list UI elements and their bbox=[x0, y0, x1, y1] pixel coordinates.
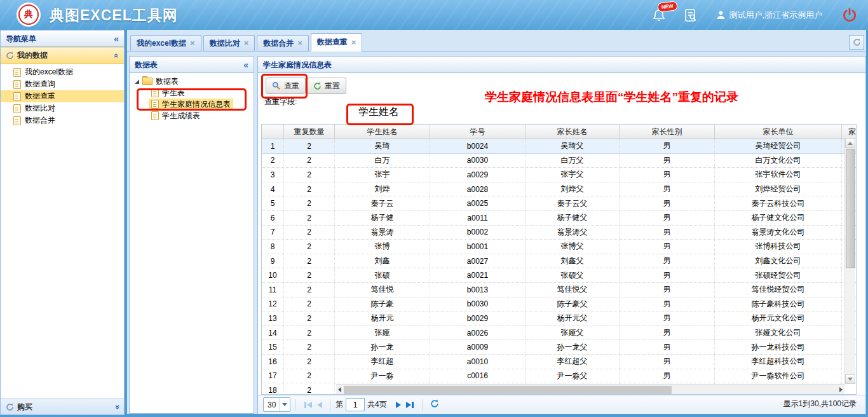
tab-label: 我的excel数据 bbox=[137, 38, 186, 49]
table-row[interactable]: 162李红超a0010李红超父男李红超科技公司 bbox=[262, 355, 856, 369]
tab[interactable]: 数据合并× bbox=[257, 35, 309, 51]
cell: 2 bbox=[262, 154, 284, 168]
cell: 男 bbox=[620, 168, 715, 182]
table-row[interactable]: 132杨开元b0029杨开元父男杨开元文化公司 bbox=[262, 311, 856, 326]
tab[interactable]: 数据查重× bbox=[311, 33, 363, 51]
column-header[interactable]: 重复数量 bbox=[284, 125, 335, 139]
grid-header: 重复数量学生姓名学号家长姓名家长性别家长单位家长 bbox=[262, 125, 856, 139]
table-row[interactable]: 12吴琦b0024吴琦父男吴琦经贸公司 bbox=[262, 139, 856, 154]
document-icon bbox=[13, 104, 21, 113]
scroll-down-icon[interactable] bbox=[845, 374, 855, 384]
cell: 2 bbox=[284, 283, 335, 297]
chevron-up-icon[interactable]: « bbox=[112, 53, 121, 58]
cell: 尹一淼 bbox=[335, 369, 430, 383]
cell: 孙一龙 bbox=[335, 340, 430, 354]
column-header[interactable] bbox=[262, 125, 284, 139]
cell: a0010 bbox=[430, 355, 526, 369]
sidebar-item[interactable]: 数据比对 bbox=[1, 102, 124, 114]
next-page-button[interactable] bbox=[393, 399, 403, 411]
tab[interactable]: 我的excel数据× bbox=[130, 35, 201, 51]
table-row[interactable]: 62杨子健a0011杨子健父男杨子健文化公司 bbox=[262, 211, 856, 226]
cell: 10 bbox=[262, 268, 284, 282]
sidebar-item[interactable]: 我的excel数据 bbox=[1, 66, 124, 78]
column-header[interactable]: 学生姓名 bbox=[335, 125, 430, 139]
column-header[interactable]: 家长单位 bbox=[715, 125, 842, 139]
sidebar-item[interactable]: 数据查重 bbox=[1, 90, 124, 102]
scroll-up-icon[interactable] bbox=[845, 139, 855, 148]
page-number-input[interactable] bbox=[346, 398, 365, 411]
refresh-icon bbox=[6, 403, 14, 411]
table-row[interactable]: 52秦子云a0025秦子云父男秦子云科技公司 bbox=[262, 196, 856, 211]
sidebar-item[interactable]: 数据查询 bbox=[1, 78, 124, 90]
column-header[interactable]: 学号 bbox=[430, 125, 526, 139]
tab-label: 数据合并 bbox=[263, 38, 294, 49]
table-row[interactable]: 142张娅a0026张娅父男张娅文化公司 bbox=[262, 326, 856, 341]
accordion-my-data[interactable]: 我的数据 « bbox=[1, 47, 124, 64]
tab-close-icon[interactable]: × bbox=[297, 40, 302, 46]
tree-root[interactable]: 数据表 bbox=[132, 76, 181, 87]
tab[interactable]: 数据比对× bbox=[203, 35, 255, 51]
cell: 2 bbox=[284, 226, 335, 240]
grid-panel-header: 学生家庭情况信息表 bbox=[258, 57, 865, 73]
table-row[interactable]: 72翁景涛b0002翁景涛父男翁景涛文化公司 bbox=[262, 226, 856, 240]
table-row[interactable]: 32张宇a0029张宇父男张宇软件公司 bbox=[262, 168, 856, 182]
column-header[interactable]: 家长 bbox=[842, 125, 856, 139]
sidebar-footer-buy[interactable]: 购买 « bbox=[1, 399, 124, 414]
vertical-scrollbar[interactable] bbox=[844, 139, 855, 384]
cell: 刘鑫 bbox=[335, 254, 430, 268]
sidebar-item[interactable]: 数据合并 bbox=[1, 114, 124, 126]
table-row[interactable]: 122陈子豪b0030陈子豪父男陈子豪科技公司 bbox=[262, 297, 856, 312]
table-row[interactable]: 172尹一淼c0016尹一淼父男尹一淼软件公司 bbox=[262, 369, 856, 384]
user-menu[interactable]: 测试用户,浙江省示例用户 bbox=[716, 10, 822, 21]
chevron-down-icon[interactable]: « bbox=[112, 404, 121, 409]
cell: 秦子云父 bbox=[526, 196, 620, 210]
column-header[interactable]: 家长性别 bbox=[620, 125, 715, 139]
scroll-right-icon[interactable] bbox=[839, 387, 843, 392]
reset-button[interactable]: 重置 bbox=[307, 78, 346, 94]
table-row[interactable]: 112笃佳悦b0013笃佳悦父男笃佳悦经贸公司 bbox=[262, 283, 856, 297]
document-icon bbox=[151, 88, 159, 97]
cell: 张宇软件公司 bbox=[715, 168, 842, 182]
sidebar-item-label: 数据查重 bbox=[25, 91, 55, 102]
first-page-button[interactable] bbox=[301, 399, 315, 411]
tree-item[interactable]: 学生家庭情况信息表 bbox=[149, 99, 233, 110]
tab-close-icon[interactable]: × bbox=[190, 40, 195, 46]
vertical-scroll-thumb[interactable] bbox=[846, 149, 855, 268]
scroll-left-icon[interactable] bbox=[338, 387, 341, 392]
tree-collapse-icon[interactable]: « bbox=[243, 57, 248, 72]
sidebar-collapse-icon[interactable]: « bbox=[114, 31, 119, 46]
column-header[interactable]: 家长姓名 bbox=[526, 125, 620, 139]
pagination-refresh-icon[interactable] bbox=[430, 399, 439, 410]
logout-power-icon[interactable] bbox=[841, 7, 858, 24]
horizontal-scroll-thumb[interactable] bbox=[344, 386, 672, 394]
table-row[interactable]: 102张硕a0021张硕父男张硕经贸公司 bbox=[262, 268, 856, 283]
tab-close-icon[interactable]: × bbox=[244, 40, 249, 46]
tree-item[interactable]: 学生成绩表 bbox=[149, 110, 203, 121]
dedupe-check-button[interactable]: 查重 bbox=[266, 78, 306, 94]
tabbar-refresh-button[interactable] bbox=[849, 35, 864, 50]
tree-item-label: 学生家庭情况信息表 bbox=[162, 99, 231, 110]
reset-label: 重置 bbox=[325, 81, 340, 92]
prev-page-button[interactable] bbox=[315, 399, 325, 411]
cell: 9 bbox=[262, 254, 284, 268]
cell: a0030 bbox=[430, 154, 526, 168]
table-row[interactable]: 92刘鑫a0027刘鑫父男刘鑫文化公司 bbox=[262, 254, 856, 269]
table-row[interactable]: 82张博b0001张博父男张博科技公司 bbox=[262, 240, 856, 254]
table-row[interactable]: 42刘烨a0028刘烨父男刘烨经贸公司 bbox=[262, 182, 856, 197]
cell: 秦子云 bbox=[335, 196, 430, 210]
doc-search-icon[interactable] bbox=[683, 8, 698, 23]
table-row[interactable]: 152孙一龙a0009孙一龙父男孙一龙科技公司 bbox=[262, 340, 856, 355]
grid-body: 12吴琦b0024吴琦父男吴琦经贸公司22白万a0030白万父男白万文化公司32… bbox=[262, 139, 856, 395]
tree-expand-icon[interactable] bbox=[135, 79, 139, 84]
tab-close-icon[interactable]: × bbox=[351, 39, 356, 46]
table-row[interactable]: 22白万a0030白万父男白万文化公司 bbox=[262, 154, 856, 168]
dedupe-field-value[interactable]: 学生姓名 bbox=[347, 106, 410, 119]
cell: 吴琦 bbox=[335, 139, 430, 153]
tree-item[interactable]: 学生表 bbox=[149, 87, 187, 99]
notifications-bell-icon[interactable]: NEW bbox=[651, 8, 667, 23]
cell: 李红超科技公司 bbox=[715, 355, 842, 369]
last-page-button[interactable] bbox=[403, 399, 417, 411]
sidebar-item-label: 数据查询 bbox=[25, 79, 55, 90]
page-size-select[interactable]: 30 bbox=[263, 397, 290, 412]
horizontal-scrollbar[interactable] bbox=[336, 384, 844, 395]
